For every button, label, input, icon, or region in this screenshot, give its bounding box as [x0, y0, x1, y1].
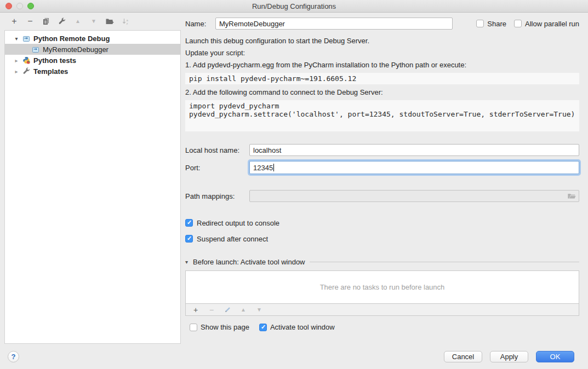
- help-question-icon: ?: [12, 353, 16, 361]
- copy-configuration-icon[interactable]: [42, 17, 50, 26]
- suspend-after-connect-checkbox[interactable]: [185, 235, 193, 243]
- move-down-icon[interactable]: ▼: [89, 17, 98, 26]
- zoom-icon[interactable]: [27, 3, 34, 9]
- show-this-page-checkbox[interactable]: [190, 324, 197, 331]
- tree-item-python-remote-debug[interactable]: ▾ Python Remote Debug: [5, 33, 180, 44]
- activate-tool-window-checkbox-item[interactable]: Activate tool window: [259, 323, 335, 331]
- share-checkbox-item[interactable]: Share: [476, 20, 506, 28]
- python-icon: [22, 56, 31, 65]
- close-icon[interactable]: [5, 3, 12, 9]
- pip-install-code: pip install pydevd-pycharm~=191.6605.12: [185, 73, 579, 84]
- collapse-section-icon[interactable]: ▾: [185, 259, 193, 265]
- before-launch-title: Before launch: Activate tool window: [193, 258, 305, 266]
- allow-parallel-run-checkbox-item[interactable]: Allow parallel run: [514, 20, 579, 28]
- minimize-icon: [16, 3, 23, 9]
- before-launch-tasks-list[interactable]: There are no tasks to run before launch: [185, 270, 579, 304]
- suspend-after-connect-checkbox-item[interactable]: Suspend after connect: [185, 234, 579, 243]
- run-debug-configurations-dialog: Run/Debug Configurations + − ▲ ▼ az: [0, 0, 588, 369]
- settrace-code: import pydevd_pycharm pydevd_pycharm.set…: [185, 100, 579, 131]
- allow-parallel-run-label: Allow parallel run: [525, 20, 579, 28]
- remote-debug-icon: [31, 45, 40, 54]
- sidebar-toolbar: + − ▲ ▼ az: [0, 13, 181, 30]
- window-title: Run/Debug Configurations: [252, 2, 336, 10]
- name-input[interactable]: [215, 18, 453, 30]
- add-configuration-icon[interactable]: +: [10, 17, 19, 26]
- tree-item-python-tests[interactable]: ▸ Python tests: [5, 55, 180, 66]
- wrench-icon: [22, 67, 31, 76]
- edit-templates-wrench-icon[interactable]: [58, 17, 66, 26]
- configuration-editor: Name: Share Allow parallel run Launch th…: [181, 13, 588, 344]
- help-button[interactable]: ?: [8, 351, 19, 362]
- section-divider: [310, 262, 579, 262]
- ok-button[interactable]: OK: [536, 351, 574, 362]
- sort-configurations-icon[interactable]: az: [121, 17, 130, 26]
- tree-item-label: Python Remote Debug: [33, 34, 110, 43]
- tasks-toolbar: + − ▲ ▼: [185, 304, 579, 316]
- title-bar[interactable]: Run/Debug Configurations: [0, 0, 588, 13]
- traffic-lights: [5, 3, 34, 9]
- path-mappings-input[interactable]: [249, 190, 579, 202]
- configurations-tree: ▾ Python Remote Debug MyRemoteDebugger ▸: [4, 30, 181, 344]
- show-this-page-checkbox-item[interactable]: Show this page: [190, 323, 249, 331]
- tree-item-label: MyRemoteDebugger: [43, 45, 109, 54]
- name-label: Name:: [185, 20, 215, 28]
- text-cursor: [273, 164, 274, 171]
- local-host-name-label: Local host name:: [185, 146, 249, 154]
- dialog-footer: ? Cancel Apply OK: [0, 344, 588, 369]
- remove-task-icon[interactable]: −: [207, 305, 216, 314]
- move-task-down-icon[interactable]: ▼: [255, 305, 264, 314]
- tree-item-templates[interactable]: ▸ Templates: [5, 66, 180, 77]
- path-mappings-label: Path mappings:: [185, 192, 249, 200]
- description-block: Launch this debug configuration to start…: [185, 37, 579, 131]
- port-input[interactable]: 12345: [249, 161, 579, 174]
- configurations-sidebar: + − ▲ ▼ az ▾: [0, 13, 181, 344]
- description-line: Update your script:: [185, 49, 579, 57]
- browse-folder-icon[interactable]: [567, 192, 576, 200]
- before-launch-header[interactable]: ▾ Before launch: Activate tool window: [185, 258, 579, 266]
- tree-item-label: Python tests: [33, 56, 76, 65]
- show-this-page-label: Show this page: [201, 323, 249, 331]
- move-up-icon[interactable]: ▲: [73, 17, 82, 26]
- local-host-name-input[interactable]: [249, 144, 579, 156]
- remove-configuration-icon[interactable]: −: [26, 17, 35, 26]
- chevron-right-icon[interactable]: ▸: [14, 57, 19, 64]
- edit-task-pencil-icon[interactable]: [223, 305, 232, 314]
- allow-parallel-run-checkbox[interactable]: [514, 20, 522, 27]
- port-value: 12345: [253, 164, 273, 172]
- share-checkbox[interactable]: [476, 20, 484, 27]
- settrace-code-line2: pydevd_pycharm.settrace('localhost', por…: [189, 110, 575, 118]
- new-folder-icon[interactable]: [105, 17, 114, 26]
- step2-text: 2. Add the following command to connect …: [185, 88, 579, 97]
- move-task-up-icon[interactable]: ▲: [239, 305, 248, 314]
- port-label: Port:: [185, 164, 249, 172]
- settrace-code-line1: import pydevd_pycharm: [189, 102, 575, 110]
- redirect-output-label: Redirect output to console: [197, 219, 279, 227]
- redirect-output-checkbox-item[interactable]: Redirect output to console: [185, 218, 579, 227]
- empty-tasks-message: There are no tasks to run before launch: [320, 283, 445, 291]
- cancel-button[interactable]: Cancel: [444, 351, 482, 362]
- remote-debug-icon: [22, 34, 31, 43]
- description-line: Launch this debug configuration to start…: [185, 37, 579, 45]
- activate-tool-window-checkbox[interactable]: [259, 324, 267, 331]
- apply-button[interactable]: Apply: [490, 351, 528, 362]
- step1-text: 1. Add pydevd-pycharm.egg from the PyCha…: [185, 61, 579, 70]
- tree-item-label: Templates: [33, 67, 68, 76]
- redirect-output-checkbox[interactable]: [185, 219, 193, 227]
- svg-text:z: z: [126, 22, 128, 25]
- share-label: Share: [487, 20, 506, 28]
- svg-text:a: a: [126, 19, 128, 22]
- chevron-down-icon[interactable]: ▾: [14, 36, 19, 42]
- suspend-after-connect-label: Suspend after connect: [197, 235, 268, 243]
- chevron-right-icon[interactable]: ▸: [14, 68, 19, 74]
- add-task-icon[interactable]: +: [191, 305, 200, 314]
- tree-item-myremotedebugger[interactable]: MyRemoteDebugger: [5, 44, 180, 55]
- activate-tool-window-label: Activate tool window: [270, 323, 335, 331]
